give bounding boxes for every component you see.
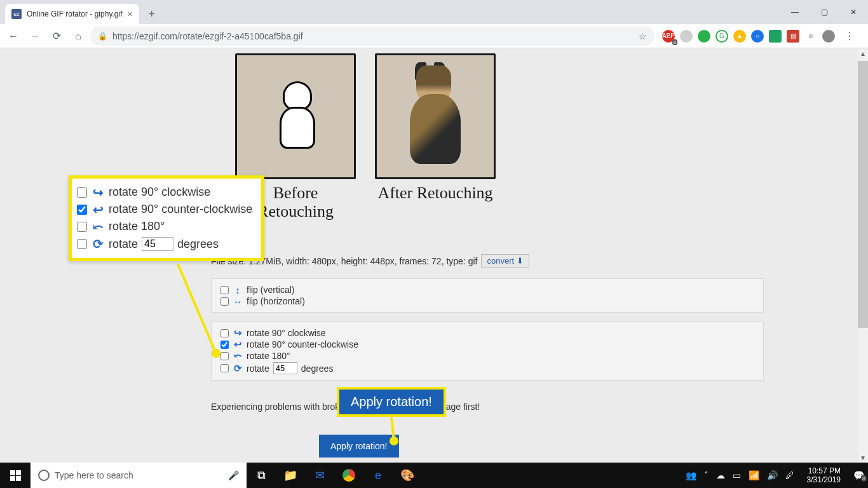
minimize-button[interactable]: — <box>780 2 810 22</box>
apply-rotation-button[interactable]: Apply rotation! <box>319 435 399 458</box>
browser-tab[interactable]: ez Online GIF rotator - giphy.gif × <box>5 4 139 24</box>
drive-icon[interactable]: ▲ <box>733 30 746 43</box>
callout-rotate-90-cw: ↪ rotate 90° clockwise <box>77 184 252 201</box>
german-shepherd-photo <box>397 62 473 170</box>
callout-apply-button: Apply rotation! <box>337 387 446 417</box>
rotate-180-option[interactable]: ⤺ rotate 180° <box>220 350 754 362</box>
flip-horizontal-checkbox[interactable] <box>220 297 229 306</box>
file-explorer-icon[interactable]: 📁 <box>276 463 305 488</box>
lock-icon: 🔒 <box>98 32 107 41</box>
chrome-icon[interactable] <box>334 463 363 488</box>
address-bar[interactable]: 🔒 https://ezgif.com/rotate/ezgif-2-a4510… <box>90 27 654 46</box>
scrollbar-thumb[interactable] <box>858 61 868 328</box>
ext-icon-g[interactable]: G <box>715 30 728 43</box>
chrome-menu-button[interactable]: ⋮ <box>840 27 859 46</box>
flip-vertical-icon: ↕ <box>233 285 243 295</box>
flip-horizontal-option[interactable]: ↔ flip (horizontal) <box>220 295 754 307</box>
flip-vertical-option[interactable]: ↕ flip (vertical) <box>220 284 754 295</box>
callout-rotate-180: ⤺ rotate 180° <box>77 218 252 235</box>
mic-icon[interactable]: 🎤 <box>228 470 239 480</box>
taskbar-search[interactable]: Type here to search 🎤 <box>31 463 247 488</box>
svg-line-0 <box>178 264 216 353</box>
star-icon[interactable]: ☆ <box>639 31 647 41</box>
task-view-icon[interactable]: ⧉ <box>247 463 276 488</box>
after-image <box>375 53 496 179</box>
rotate-ccw-icon: ↩ <box>91 205 105 215</box>
rotate-custom-option[interactable]: ⟳ rotate degrees <box>220 362 754 375</box>
scroll-down-icon[interactable]: ▼ <box>858 452 868 463</box>
ext-icon-green[interactable] <box>698 30 710 43</box>
paint-icon[interactable]: 🎨 <box>393 463 422 488</box>
tray-chevron-icon[interactable]: ˄ <box>704 470 709 480</box>
onedrive-icon[interactable]: ☁ <box>716 470 725 480</box>
rotate-90-ccw-checkbox[interactable] <box>220 341 229 349</box>
download-icon: ⬇ <box>517 256 524 266</box>
rotate-90-cw-checkbox[interactable] <box>220 329 229 337</box>
pdf-icon[interactable]: ▤ <box>787 30 799 43</box>
back-button[interactable]: ← <box>4 27 23 46</box>
reload-button[interactable]: ⟳ <box>47 27 66 46</box>
rotate-cw-icon: ↪ <box>91 187 105 198</box>
taskbar-clock[interactable]: 10:57 PM 3/31/2019 <box>802 466 846 485</box>
before-image <box>235 53 356 179</box>
home-button[interactable]: ⌂ <box>69 27 88 46</box>
ext-icon-grey[interactable] <box>680 30 693 43</box>
cortana-icon <box>38 470 50 481</box>
edge-icon[interactable]: e <box>363 463 393 488</box>
system-tray: 👥 ˄ ☁ ▭ 📶 🔊 🖊 10:57 PM 3/31/2019 💬8 <box>682 466 868 485</box>
flip-options-group: ↕ flip (vertical) ↔ flip (horizontal) <box>211 278 764 313</box>
rotate-90-cw-option[interactable]: ↪ rotate 90° clockwise <box>220 327 754 339</box>
new-tab-button[interactable]: + <box>143 5 161 23</box>
page-content: Before Retouching After Retouching File … <box>0 48 868 463</box>
maximize-button[interactable]: ▢ <box>810 2 839 22</box>
ext-icon-blue[interactable]: ○ <box>751 30 764 43</box>
battery-icon[interactable]: ▭ <box>733 470 741 480</box>
tab-close-icon[interactable]: × <box>128 9 133 19</box>
close-window-button[interactable]: ✕ <box>839 2 868 22</box>
notifications-icon[interactable]: 💬8 <box>853 470 864 480</box>
rotate-180-icon: ⤺ <box>91 222 105 232</box>
callout-rotate-custom: ⟳ rotate degrees <box>77 235 252 253</box>
tab-favicon: ez <box>11 9 22 19</box>
people-icon[interactable]: 👥 <box>686 470 696 480</box>
rotate-custom-checkbox[interactable] <box>220 364 229 372</box>
rotate-180-icon: ⤺ <box>233 351 243 361</box>
vertical-scrollbar[interactable]: ▲ ▼ <box>858 48 868 463</box>
chrome-titlebar: ez Online GIF rotator - giphy.gif × + — … <box>0 0 868 24</box>
forward-button[interactable]: → <box>25 27 44 46</box>
windows-logo-icon <box>10 470 21 481</box>
convert-button[interactable]: convert ⬇ <box>481 254 529 268</box>
flip-vertical-checkbox[interactable] <box>220 286 229 294</box>
rotate-90-ccw-option[interactable]: ↩ rotate 90° counter-clockwise <box>220 339 754 350</box>
input-icon[interactable]: 🖊 <box>785 470 794 480</box>
url-text: https://ezgif.com/rotate/ezgif-2-a45100c… <box>112 31 303 41</box>
rotate-options-group: ↪ rotate 90° clockwise ↩ rotate 90° coun… <box>211 322 764 381</box>
taskbar-pinned-apps: ⧉ 📁 ✉ e 🎨 <box>247 463 422 488</box>
scroll-up-icon[interactable]: ▲ <box>858 48 868 58</box>
flip-horizontal-icon: ↔ <box>233 296 243 306</box>
cartoon-dog-drawing <box>264 75 327 158</box>
callout-rotate-options: ↪ rotate 90° clockwise ↩ rotate 90° coun… <box>69 175 264 261</box>
rotate-custom-icon: ⟳ <box>233 363 243 374</box>
ext-icon-sq[interactable] <box>769 30 782 43</box>
rotate-ccw-icon: ↩ <box>233 339 243 349</box>
volume-icon[interactable]: 🔊 <box>767 470 778 480</box>
rotate-degrees-input[interactable] <box>273 362 297 374</box>
outlook-icon[interactable]: ✉ <box>305 463 334 488</box>
start-button[interactable] <box>0 463 31 488</box>
profile-avatar[interactable] <box>822 30 835 43</box>
rotate-180-checkbox[interactable] <box>220 352 229 360</box>
after-card: After Retouching <box>375 53 496 220</box>
window-controls: — ▢ ✕ <box>780 0 868 24</box>
after-caption: After Retouching <box>375 184 496 203</box>
wifi-icon[interactable]: 📶 <box>749 470 759 480</box>
rotate-cw-icon: ↪ <box>233 328 243 338</box>
cast-icon[interactable]: ⎚ <box>804 30 817 43</box>
callout-rotate-90-ccw: ↩ rotate 90° counter-clockwise <box>77 201 252 218</box>
adblock-icon[interactable]: ABP8 <box>662 30 675 43</box>
search-placeholder: Type here to search <box>55 470 133 480</box>
windows-taskbar: Type here to search 🎤 ⧉ 📁 ✉ e 🎨 👥 ˄ ☁ ▭ … <box>0 463 868 488</box>
tab-title: Online GIF rotator - giphy.gif <box>27 10 123 18</box>
chrome-toolbar: ← → ⟳ ⌂ 🔒 https://ezgif.com/rotate/ezgif… <box>0 24 868 48</box>
image-comparison: Before Retouching After Retouching <box>235 53 496 220</box>
